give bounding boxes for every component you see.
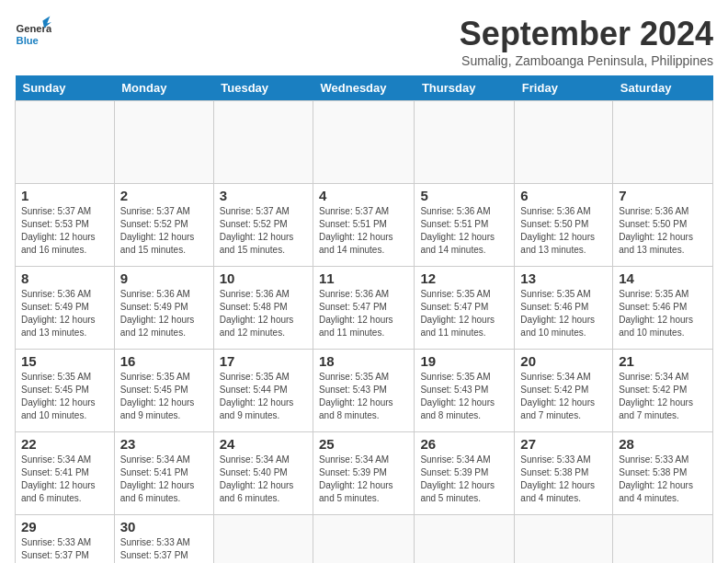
calendar-cell: 10 Sunrise: 5:36 AM Sunset: 5:48 PM Dayl… <box>213 267 313 350</box>
daylight-minutes: and 7 minutes. <box>520 410 581 420</box>
calendar-cell: 16 Sunrise: 5:35 AM Sunset: 5:45 PM Dayl… <box>114 350 213 432</box>
sunset-label: Sunset: 5:51 PM <box>420 219 488 229</box>
calendar-cell <box>313 101 415 184</box>
sunrise-label: Sunrise: 5:36 AM <box>319 289 389 299</box>
calendar-cell: 2 Sunrise: 5:37 AM Sunset: 5:52 PM Dayli… <box>114 184 213 267</box>
calendar-body: 1 Sunrise: 5:37 AM Sunset: 5:53 PM Dayli… <box>16 101 713 564</box>
daylight-minutes: and 8 minutes. <box>319 410 380 420</box>
day-number: 27 <box>520 436 607 452</box>
calendar-cell: 15 Sunrise: 5:35 AM Sunset: 5:45 PM Dayl… <box>16 350 115 432</box>
sunrise-label: Sunrise: 5:33 AM <box>120 537 190 547</box>
sunset-label: Sunset: 5:48 PM <box>220 302 288 312</box>
day-of-week-header: Wednesday <box>313 75 415 101</box>
calendar-cell: 21 Sunrise: 5:34 AM Sunset: 5:42 PM Dayl… <box>613 350 713 432</box>
calendar-cell <box>613 515 713 564</box>
daylight-label: Daylight: 12 hours <box>220 397 294 408</box>
calendar-table: SundayMondayTuesdayWednesdayThursdayFrid… <box>15 75 713 563</box>
calendar-cell: 23 Sunrise: 5:34 AM Sunset: 5:41 PM Dayl… <box>114 432 213 515</box>
day-number: 15 <box>21 353 108 369</box>
sunrise-label: Sunrise: 5:35 AM <box>21 372 91 382</box>
sunrise-label: Sunrise: 5:34 AM <box>420 454 490 465</box>
day-number: 30 <box>120 519 208 534</box>
daylight-minutes: and 10 minutes. <box>520 327 586 338</box>
day-number: 24 <box>220 436 307 452</box>
daylight-label: Daylight: 12 hours <box>120 397 195 408</box>
daylight-label: Daylight: 12 hours <box>21 397 96 408</box>
calendar-cell <box>415 515 515 564</box>
day-info: Sunrise: 5:37 AM Sunset: 5:53 PM Dayligh… <box>21 205 108 257</box>
logo-icon: General Blue <box>15 15 51 52</box>
daylight-label: Daylight: 12 hours <box>21 315 96 325</box>
sunset-label: Sunset: 5:43 PM <box>420 385 488 395</box>
daylight-minutes: and 13 minutes. <box>520 245 586 255</box>
daylight-minutes: and 6 minutes. <box>220 493 280 503</box>
calendar-cell: 17 Sunrise: 5:35 AM Sunset: 5:44 PM Dayl… <box>213 350 313 432</box>
sunrise-label: Sunrise: 5:37 AM <box>120 206 190 216</box>
sunset-label: Sunset: 5:37 PM <box>120 550 188 560</box>
daylight-minutes: and 9 minutes. <box>120 410 181 420</box>
sunrise-label: Sunrise: 5:35 AM <box>120 372 190 382</box>
calendar-cell <box>613 101 713 184</box>
sunrise-label: Sunrise: 5:34 AM <box>520 372 590 382</box>
sunset-label: Sunset: 5:49 PM <box>120 302 188 312</box>
sunrise-label: Sunrise: 5:35 AM <box>520 289 590 299</box>
day-info: Sunrise: 5:36 AM Sunset: 5:49 PM Dayligh… <box>120 288 208 339</box>
day-number: 26 <box>420 436 508 452</box>
sunset-label: Sunset: 5:50 PM <box>520 219 588 229</box>
calendar-cell: 8 Sunrise: 5:36 AM Sunset: 5:49 PM Dayli… <box>16 267 115 350</box>
daylight-label: Daylight: 12 hours <box>520 397 595 408</box>
sunset-label: Sunset: 5:39 PM <box>319 467 387 477</box>
sunset-label: Sunset: 5:44 PM <box>220 385 288 395</box>
sunrise-label: Sunrise: 5:34 AM <box>21 454 91 465</box>
daylight-label: Daylight: 12 hours <box>420 397 495 408</box>
day-number: 16 <box>120 353 208 369</box>
daylight-minutes: and 12 minutes. <box>220 327 285 338</box>
day-info: Sunrise: 5:34 AM Sunset: 5:42 PM Dayligh… <box>619 371 707 422</box>
sunrise-label: Sunrise: 5:35 AM <box>420 289 490 299</box>
day-number: 5 <box>420 188 508 203</box>
day-number: 21 <box>619 353 707 369</box>
calendar-cell: 19 Sunrise: 5:35 AM Sunset: 5:43 PM Dayl… <box>415 350 515 432</box>
sunset-label: Sunset: 5:53 PM <box>21 219 89 229</box>
day-of-week-header: Saturday <box>613 75 713 101</box>
day-number: 17 <box>220 353 307 369</box>
calendar-cell: 25 Sunrise: 5:34 AM Sunset: 5:39 PM Dayl… <box>313 432 415 515</box>
sunrise-label: Sunrise: 5:34 AM <box>120 454 190 465</box>
day-number: 11 <box>319 270 408 286</box>
day-number: 6 <box>520 188 607 203</box>
day-info: Sunrise: 5:35 AM Sunset: 5:46 PM Dayligh… <box>619 288 707 339</box>
daylight-minutes: and 4 minutes. <box>520 493 581 503</box>
daylight-minutes: and 13 minutes. <box>21 327 86 338</box>
calendar-cell <box>114 101 213 184</box>
sunrise-label: Sunrise: 5:36 AM <box>420 206 490 216</box>
daylight-minutes: and 14 minutes. <box>319 245 384 255</box>
calendar-cell: 29 Sunrise: 5:33 AM Sunset: 5:37 PM Dayl… <box>16 515 115 564</box>
day-info: Sunrise: 5:34 AM Sunset: 5:40 PM Dayligh… <box>220 454 307 505</box>
calendar-cell: 1 Sunrise: 5:37 AM Sunset: 5:53 PM Dayli… <box>16 184 115 267</box>
day-info: Sunrise: 5:34 AM Sunset: 5:39 PM Dayligh… <box>420 454 508 505</box>
day-number: 7 <box>619 188 707 203</box>
sunset-label: Sunset: 5:42 PM <box>520 385 588 395</box>
sunset-label: Sunset: 5:42 PM <box>619 385 687 395</box>
sunrise-label: Sunrise: 5:34 AM <box>319 454 389 465</box>
sunrise-label: Sunrise: 5:35 AM <box>319 372 389 382</box>
calendar-cell <box>515 515 613 564</box>
sunset-label: Sunset: 5:50 PM <box>619 219 687 229</box>
calendar-header-row: SundayMondayTuesdayWednesdayThursdayFrid… <box>16 75 713 101</box>
sunset-label: Sunset: 5:38 PM <box>619 467 687 477</box>
daylight-minutes: and 13 minutes. <box>619 245 684 255</box>
calendar-cell: 5 Sunrise: 5:36 AM Sunset: 5:51 PM Dayli… <box>415 184 515 267</box>
day-info: Sunrise: 5:33 AM Sunset: 5:38 PM Dayligh… <box>520 454 607 505</box>
daylight-label: Daylight: 12 hours <box>619 232 693 242</box>
sunset-label: Sunset: 5:46 PM <box>520 302 588 312</box>
calendar-cell: 7 Sunrise: 5:36 AM Sunset: 5:50 PM Dayli… <box>613 184 713 267</box>
day-info: Sunrise: 5:33 AM Sunset: 5:37 PM Dayligh… <box>120 536 208 563</box>
daylight-label: Daylight: 12 hours <box>220 232 294 242</box>
day-info: Sunrise: 5:34 AM Sunset: 5:41 PM Dayligh… <box>21 454 108 505</box>
sunrise-label: Sunrise: 5:33 AM <box>619 454 688 465</box>
calendar-cell: 14 Sunrise: 5:35 AM Sunset: 5:46 PM Dayl… <box>613 267 713 350</box>
day-number: 8 <box>21 270 108 286</box>
day-info: Sunrise: 5:36 AM Sunset: 5:47 PM Dayligh… <box>319 288 408 339</box>
day-info: Sunrise: 5:35 AM Sunset: 5:43 PM Dayligh… <box>420 371 508 422</box>
page-header: General Blue September 2024 Sumalig, Zam… <box>15 15 713 68</box>
